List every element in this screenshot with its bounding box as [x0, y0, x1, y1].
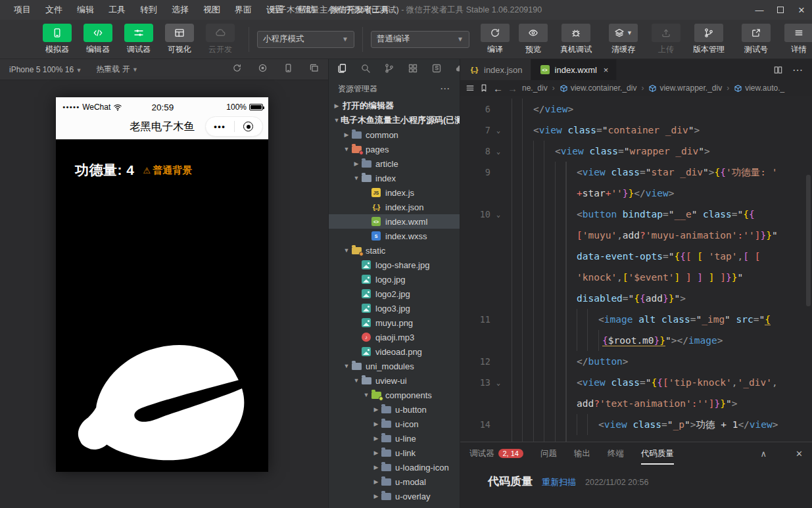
chevron-right-icon[interactable]: ▶ — [333, 103, 341, 109]
more-actions-icon[interactable]: ··· — [441, 84, 450, 93]
menu-item[interactable]: 编辑 — [70, 4, 101, 16]
tree-item[interactable]: ▶common — [329, 127, 460, 142]
cloud-filled-icon[interactable] — [455, 63, 460, 76]
capsule-menu[interactable]: ••• — [205, 116, 263, 137]
code-line[interactable]: 8⌄<view class="wrapper _div"> — [460, 141, 812, 162]
tree-item[interactable]: <>index.wxml — [329, 214, 460, 229]
menu-item[interactable]: 转到 — [133, 4, 164, 16]
chevron-right-icon[interactable]: ▶ — [343, 131, 350, 138]
tree-item[interactable]: ▶u-icon — [329, 417, 460, 431]
panel-tab[interactable]: 终端 — [608, 442, 624, 465]
phone-simulator[interactable]: ●●●●● WeChat 20:59 100% 老黑电子木鱼 — [56, 97, 268, 472]
chevron-right-icon[interactable]: ▶ — [352, 160, 360, 167]
tree-item[interactable]: ▼pages — [329, 142, 460, 156]
bookmark-icon[interactable] — [479, 83, 489, 93]
panel-close-icon[interactable]: ✕ — [796, 449, 803, 459]
code-line[interactable]: data-event-opts="{{[ [ 'tap',[ [ — [460, 246, 812, 267]
code-line[interactable]: 'knock',['$event'] ] ] ] ]}}" — [460, 267, 812, 288]
breadcrumb-item[interactable]: view.container._div — [560, 83, 637, 93]
tree-item[interactable]: ♪qiaoji.mp3 — [329, 330, 460, 344]
editor-tab[interactable]: {..}index.json — [460, 59, 531, 80]
tree-item[interactable]: ▶u-link — [329, 446, 460, 460]
chevron-down-icon[interactable]: ▼ — [343, 247, 350, 254]
tree-item[interactable]: logo.jpg — [329, 272, 460, 287]
menu-item[interactable]: 项目 — [7, 4, 38, 16]
rescan-link[interactable]: 重新扫描 — [542, 476, 576, 488]
editor-tab[interactable]: <>index.wxml× — [531, 59, 617, 80]
close-button[interactable]: ✕ — [791, 0, 812, 20]
list-menu-icon[interactable] — [466, 83, 475, 93]
code-line[interactable]: 9<view class="star _div">{{'功德量: ' — [460, 162, 812, 183]
tree-item[interactable]: logo3.jpg — [329, 301, 460, 315]
files-icon[interactable] — [337, 63, 347, 76]
code-line[interactable]: 6</view> — [460, 99, 812, 120]
nav-debugger-button[interactable]: 调试器 — [118, 24, 159, 55]
breadcrumb-item[interactable]: view.auto._ — [734, 83, 784, 93]
panel-tab[interactable]: 调试器2, 14 — [469, 442, 523, 465]
device-selector[interactable]: iPhone 5 100% 16 ▼ — [9, 65, 82, 74]
scrollbar[interactable] — [806, 175, 811, 306]
tree-item[interactable]: ▼static — [329, 243, 460, 258]
chevron-down-icon[interactable]: ▼ — [362, 392, 370, 398]
close-tab-icon[interactable]: × — [604, 65, 609, 75]
menu-item[interactable]: 设置 — [259, 4, 291, 16]
code-line[interactable]: add?'text-animation':'']}}"> — [460, 393, 812, 414]
branch-icon[interactable] — [384, 63, 394, 76]
panel-tab[interactable]: 问题 — [540, 442, 557, 465]
nav-cloud-dev-button[interactable]: 云开发 — [200, 24, 241, 55]
chevron-right-icon[interactable]: ▶ — [372, 406, 380, 413]
code-line[interactable]: 15</view> — [460, 435, 812, 442]
chevron-down-icon[interactable]: ▼ — [343, 146, 350, 152]
nav-simulator-button[interactable]: 模拟器 — [37, 24, 78, 55]
fold-chevron-icon[interactable]: ⌄ — [490, 127, 506, 134]
editor-more-icon[interactable]: ⋯ — [792, 64, 803, 76]
tree-item[interactable]: ▶article — [329, 156, 460, 171]
code-line[interactable]: {$root.m0}}"></image> — [460, 330, 812, 351]
menu-item[interactable]: 界面 — [227, 4, 259, 16]
s-box-icon[interactable] — [431, 63, 442, 76]
tree-item[interactable]: ▼index — [329, 171, 460, 185]
tree-item[interactable]: ▶u-loading-icon — [329, 460, 460, 474]
compile-button[interactable]: 编译 — [476, 24, 514, 55]
fold-chevron-icon[interactable]: ⌄ — [490, 211, 506, 218]
panel-collapse-icon[interactable]: ∧ — [761, 449, 767, 459]
chevron-down-icon[interactable]: ▼ — [352, 377, 360, 384]
panel-tab[interactable]: 代码质量 — [641, 442, 674, 465]
chevron-right-icon[interactable]: ▶ — [372, 493, 380, 499]
remote-debug-button[interactable]: 真机调试 — [552, 24, 600, 55]
tree-item[interactable]: Sindex.wxss — [329, 229, 460, 243]
more-dots-icon[interactable]: ••• — [206, 122, 234, 131]
menu-item[interactable]: 工具 — [101, 4, 133, 16]
menu-item[interactable]: 帮助 — [291, 4, 322, 16]
code-line[interactable]: +star+''}}</view> — [460, 183, 812, 204]
tree-item[interactable]: logo-share.jpg — [329, 258, 460, 272]
extensions-icon[interactable] — [408, 63, 418, 76]
chevron-right-icon[interactable]: ▶ — [372, 464, 380, 471]
forward-arrow-icon[interactable]: → — [508, 83, 517, 94]
record-icon[interactable] — [258, 63, 268, 76]
fold-chevron-icon[interactable]: ⌄ — [490, 148, 506, 155]
chevron-right-icon[interactable]: ▶ — [372, 421, 380, 427]
test-account-button[interactable]: 测试号 — [732, 24, 780, 55]
tree-item[interactable]: {..}index.json — [329, 200, 460, 214]
chevron-right-icon[interactable]: ▶ — [372, 478, 380, 485]
sync-icon[interactable] — [232, 63, 242, 76]
clear-cache-button[interactable]: ▼清缓存 — [600, 24, 647, 55]
breadcrumb-item[interactable]: view.wrapper._div — [648, 83, 722, 93]
chevron-down-icon[interactable]: ▼ — [343, 363, 350, 369]
upload-button[interactable]: 上传 — [647, 24, 685, 55]
details-button[interactable]: 详情 — [780, 24, 812, 55]
menu-item[interactable]: 视图 — [196, 4, 227, 16]
muyu-image[interactable] — [78, 340, 246, 465]
code-line[interactable]: disabled="{{add}}"> — [460, 288, 812, 309]
chevron-down-icon[interactable]: ▼ — [352, 175, 360, 181]
tree-item[interactable]: ▶u-button — [329, 402, 460, 417]
hot-reload-toggle[interactable]: 热重载 开 ▼ — [96, 64, 138, 75]
tree-item[interactable]: ▶u-line — [329, 431, 460, 446]
chevron-right-icon[interactable]: ▶ — [372, 450, 380, 456]
search-icon[interactable] — [360, 63, 371, 76]
split-editor-icon[interactable] — [773, 65, 783, 75]
code-line[interactable]: 10⌄<button bindtap="__e" class="{{ — [460, 204, 812, 225]
preview-button[interactable]: 预览 — [514, 24, 552, 55]
tree-item[interactable]: logo2.jpg — [329, 287, 460, 301]
